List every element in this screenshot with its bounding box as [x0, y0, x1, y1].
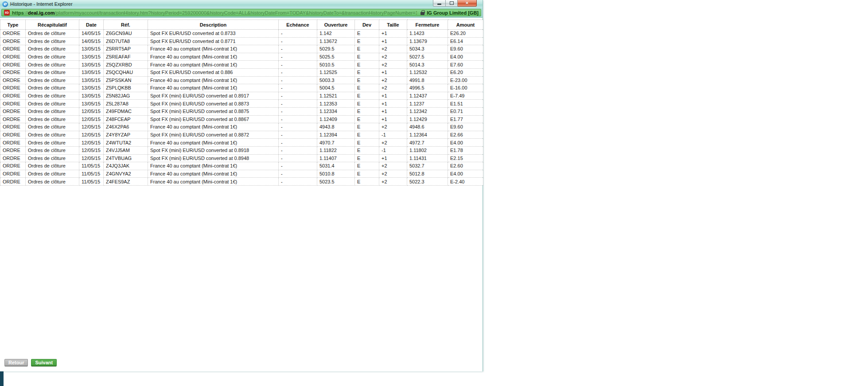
table-cell: 12/05/15 — [79, 115, 104, 123]
table-cell: Ordres de clôture — [26, 178, 79, 186]
url-path: /platform/myaccount/transactionHistory.h… — [55, 10, 417, 16]
table-cell: ORDRE — [0, 162, 26, 170]
table-cell: Ordres de clôture — [26, 37, 79, 45]
table-cell: E26.20 — [448, 30, 483, 38]
table-cell: Z5L287A8 — [104, 100, 148, 108]
table-cell: 5014.3 — [407, 61, 448, 69]
table-cell: +1 — [379, 37, 407, 45]
table-cell: E2.15 — [448, 154, 483, 162]
table-cell: Z48FCEAP — [104, 115, 148, 123]
minimize-button[interactable] — [433, 0, 446, 7]
table-cell: - — [279, 92, 317, 100]
table-cell: +2 — [379, 178, 407, 186]
table-cell: France 40 au comptant (Mini-contrat 1€) — [148, 170, 279, 178]
table-cell: 13/05/15 — [79, 53, 104, 61]
table-cell: 14/05/15 — [79, 37, 104, 45]
table-cell: 5022.3 — [407, 178, 448, 186]
table-row: ORDREOrdres de clôture14/05/15Z6GCN9AUSp… — [0, 30, 483, 38]
url-scheme: https — [12, 10, 24, 16]
close-icon: ✕ — [465, 1, 469, 5]
url-text: https://deal.ig.com/platform/myaccount/t… — [12, 10, 417, 16]
table-cell: Spot FX (mini) EUR/USD converted at 0.88… — [148, 100, 279, 108]
table-cell: E — [355, 100, 379, 108]
table-cell: 14/05/15 — [79, 30, 104, 38]
table-cell: ORDRE — [0, 123, 26, 131]
table-cell: E — [355, 92, 379, 100]
table-row: ORDREOrdres de clôture12/05/15Z48FCEAPSp… — [0, 115, 483, 123]
table-cell: 4991.8 — [407, 76, 448, 84]
table-cell: Z5QCQHAU — [104, 68, 148, 76]
table-cell: E — [355, 107, 379, 115]
ig-favicon-icon: IG — [4, 10, 10, 16]
table-cell: France 40 au comptant (Mini-contrat 1€) — [148, 84, 279, 92]
table-cell: +2 — [379, 61, 407, 69]
table-cell: ORDRE — [0, 170, 26, 178]
next-button[interactable]: Suivant — [31, 359, 57, 367]
table-cell: Z5QZXRBD — [104, 61, 148, 69]
table-cell: 5010.8 — [317, 170, 355, 178]
table-cell: - — [279, 131, 317, 139]
table-cell: - — [279, 139, 317, 147]
table-cell: 1.12364 — [407, 131, 448, 139]
column-header: Dev — [355, 20, 379, 30]
table-cell: Ordres de clôture — [26, 76, 79, 84]
maximize-icon — [450, 1, 454, 5]
table-cell: E-7.49 — [448, 92, 483, 100]
table-cell: 1.12394 — [317, 131, 355, 139]
table-cell: 1.12525 — [317, 68, 355, 76]
table-cell: 1.12334 — [317, 107, 355, 115]
url-domain: deal.ig.com — [28, 10, 55, 16]
table-cell: 1.12437 — [407, 92, 448, 100]
table-cell: E9.60 — [448, 123, 483, 131]
close-button[interactable]: ✕ — [458, 0, 477, 7]
table-cell: 11/05/15 — [79, 170, 104, 178]
table-cell: - — [279, 178, 317, 186]
table-cell: ORDRE — [0, 53, 26, 61]
table-cell: E — [355, 146, 379, 154]
table-cell: 5010.5 — [317, 61, 355, 69]
title-bar[interactable]: e Historique - Internet Explorer ✕ — [0, 0, 483, 8]
table-cell: ORDRE — [0, 100, 26, 108]
table-cell: E-2.40 — [448, 178, 483, 186]
ev-certificate-badge[interactable]: IG Group Limited [GB] — [420, 10, 479, 16]
url-input[interactable]: IG https://deal.ig.com/platform/myaccoun… — [1, 9, 481, 16]
column-header: Réf. — [104, 20, 148, 30]
table-cell: 13/05/15 — [79, 61, 104, 69]
table-cell: Ordres de clôture — [26, 115, 79, 123]
table-cell: Ordres de clôture — [26, 123, 79, 131]
table-cell: E — [355, 76, 379, 84]
table-cell: 1.12409 — [317, 115, 355, 123]
table-cell: -1 — [379, 146, 407, 154]
ev-certificate-text: IG Group Limited [GB] — [427, 10, 479, 16]
table-cell: 12/05/15 — [79, 139, 104, 147]
maximize-button[interactable] — [446, 0, 458, 7]
table-cell: 1.12353 — [317, 100, 355, 108]
table-cell: Z4Y8YZAP — [104, 131, 148, 139]
table-cell: Z5REAFAF — [104, 53, 148, 61]
table-cell: France 40 au comptant (Mini-contrat 1€) — [148, 76, 279, 84]
table-cell: - — [279, 45, 317, 53]
table-cell: ORDRE — [0, 92, 26, 100]
table-cell: 1.11431 — [407, 154, 448, 162]
table-cell: E — [355, 178, 379, 186]
table-cell: France 40 au comptant (Mini-contrat 1€) — [148, 162, 279, 170]
table-cell: 12/05/15 — [79, 123, 104, 131]
table-cell: 1.13679 — [407, 37, 448, 45]
table-cell: - — [279, 37, 317, 45]
table-cell: 5025.5 — [317, 53, 355, 61]
table-cell: - — [279, 146, 317, 154]
table-cell: E — [355, 53, 379, 61]
table-cell: 12/05/15 — [79, 131, 104, 139]
table-cell: - — [279, 170, 317, 178]
table-cell: 12/05/15 — [79, 146, 104, 154]
table-cell: Ordres de clôture — [26, 131, 79, 139]
table-cell: +2 — [379, 170, 407, 178]
table-cell: 1.142 — [317, 30, 355, 38]
table-row: ORDREOrdres de clôture12/05/15Z4WTUTA2Fr… — [0, 139, 483, 147]
table-cell: E6.20 — [448, 68, 483, 76]
table-cell: ORDRE — [0, 139, 26, 147]
table-row: ORDREOrdres de clôture13/05/15Z5QZXRBDFr… — [0, 61, 483, 69]
back-button[interactable]: Retour — [4, 359, 28, 367]
table-cell: 5012.8 — [407, 170, 448, 178]
column-header: Type — [0, 20, 26, 30]
